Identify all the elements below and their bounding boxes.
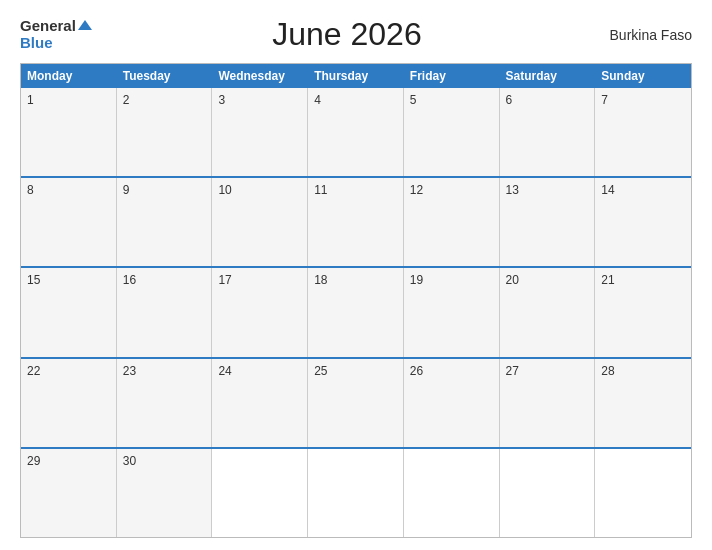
day-cell: 2: [117, 88, 213, 176]
day-cell: 25: [308, 359, 404, 447]
day-cell: 16: [117, 268, 213, 356]
day-cell: 14: [595, 178, 691, 266]
day-headers: Monday Tuesday Wednesday Thursday Friday…: [21, 64, 691, 88]
header-wednesday: Wednesday: [212, 64, 308, 88]
day-number: 28: [601, 364, 685, 378]
day-cell: 19: [404, 268, 500, 356]
day-number: 9: [123, 183, 206, 197]
day-cell: 3: [212, 88, 308, 176]
day-cell: 1: [21, 88, 117, 176]
country-label: Burkina Faso: [602, 27, 692, 43]
calendar-container: General Blue June 2026 Burkina Faso Mond…: [0, 0, 712, 550]
day-cell: 24: [212, 359, 308, 447]
day-number: 27: [506, 364, 589, 378]
calendar-header: General Blue June 2026 Burkina Faso: [20, 16, 692, 53]
day-cell: 15: [21, 268, 117, 356]
day-number: 24: [218, 364, 301, 378]
day-number: 10: [218, 183, 301, 197]
month-title: June 2026: [92, 16, 602, 53]
day-number: 7: [601, 93, 685, 107]
weeks: 1234567891011121314151617181920212223242…: [21, 88, 691, 537]
header-friday: Friday: [404, 64, 500, 88]
day-cell: 20: [500, 268, 596, 356]
day-number: 2: [123, 93, 206, 107]
day-number: 29: [27, 454, 110, 468]
day-cell: 23: [117, 359, 213, 447]
day-number: 21: [601, 273, 685, 287]
day-number: 8: [27, 183, 110, 197]
day-number: 14: [601, 183, 685, 197]
day-cell: 29: [21, 449, 117, 537]
day-number: 6: [506, 93, 589, 107]
day-cell: [500, 449, 596, 537]
day-cell: 28: [595, 359, 691, 447]
day-cell: 17: [212, 268, 308, 356]
day-number: 26: [410, 364, 493, 378]
day-cell: 21: [595, 268, 691, 356]
week-row-4: 22232425262728: [21, 357, 691, 447]
calendar-grid: Monday Tuesday Wednesday Thursday Friday…: [20, 63, 692, 538]
day-cell: [212, 449, 308, 537]
week-row-5: 2930: [21, 447, 691, 537]
day-number: 4: [314, 93, 397, 107]
day-number: 16: [123, 273, 206, 287]
day-cell: [308, 449, 404, 537]
day-cell: 9: [117, 178, 213, 266]
logo-blue-text: Blue: [20, 35, 53, 52]
day-number: 22: [27, 364, 110, 378]
day-cell: 11: [308, 178, 404, 266]
day-cell: 22: [21, 359, 117, 447]
week-row-1: 1234567: [21, 88, 691, 176]
day-number: 12: [410, 183, 493, 197]
day-cell: 12: [404, 178, 500, 266]
day-cell: 7: [595, 88, 691, 176]
day-cell: [595, 449, 691, 537]
day-cell: 10: [212, 178, 308, 266]
day-cell: 4: [308, 88, 404, 176]
day-number: 15: [27, 273, 110, 287]
day-cell: 27: [500, 359, 596, 447]
day-cell: 26: [404, 359, 500, 447]
day-number: 30: [123, 454, 206, 468]
day-number: 5: [410, 93, 493, 107]
day-number: 18: [314, 273, 397, 287]
day-number: 1: [27, 93, 110, 107]
logo: General Blue: [20, 18, 92, 51]
week-row-2: 891011121314: [21, 176, 691, 266]
day-number: 23: [123, 364, 206, 378]
logo-general-text: General: [20, 18, 76, 35]
header-tuesday: Tuesday: [117, 64, 213, 88]
day-number: 20: [506, 273, 589, 287]
week-row-3: 15161718192021: [21, 266, 691, 356]
day-cell: 8: [21, 178, 117, 266]
day-cell: 5: [404, 88, 500, 176]
day-number: 13: [506, 183, 589, 197]
day-cell: 13: [500, 178, 596, 266]
day-number: 25: [314, 364, 397, 378]
day-number: 11: [314, 183, 397, 197]
day-cell: 30: [117, 449, 213, 537]
header-monday: Monday: [21, 64, 117, 88]
day-number: 3: [218, 93, 301, 107]
day-cell: [404, 449, 500, 537]
day-number: 17: [218, 273, 301, 287]
header-saturday: Saturday: [500, 64, 596, 88]
header-sunday: Sunday: [595, 64, 691, 88]
day-cell: 18: [308, 268, 404, 356]
day-cell: 6: [500, 88, 596, 176]
header-thursday: Thursday: [308, 64, 404, 88]
day-number: 19: [410, 273, 493, 287]
logo-triangle-icon: [78, 20, 92, 30]
